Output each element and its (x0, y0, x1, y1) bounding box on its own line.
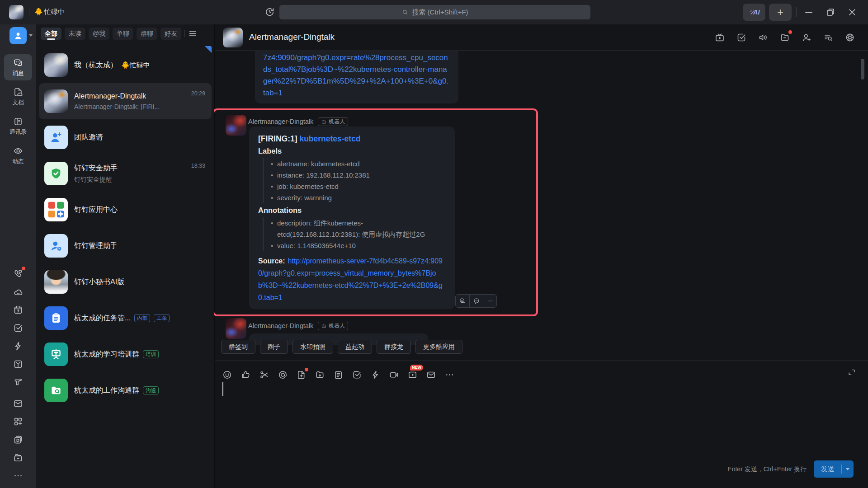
group-app-chip[interactable]: 水印拍照 (292, 340, 333, 354)
todo-icon[interactable] (13, 323, 24, 333)
alert-message-bubble[interactable]: [FIRING:1] kubernetes-etcd Labels alertn… (249, 127, 455, 309)
message-sender-avatar[interactable] (226, 115, 246, 136)
chevron-down-icon[interactable] (29, 34, 33, 37)
chat-list-item[interactable]: 杭太成的任务管...内部工单 (39, 300, 212, 336)
folder-upload-icon[interactable] (315, 370, 325, 380)
chat-list-item[interactable]: 钉钉管理助手 (39, 228, 212, 264)
message-search-icon[interactable] (823, 32, 834, 43)
message-sender-avatar[interactable] (226, 318, 246, 339)
chat-list-item[interactable]: 杭太成的学习培训群培训 (39, 336, 212, 372)
live-icon[interactable] (714, 32, 725, 43)
filter-tab[interactable]: 全部 (41, 28, 61, 40)
scrollbar[interactable] (861, 59, 864, 80)
more-icon[interactable] (444, 370, 455, 380)
chat-list-item[interactable]: 钉钉安全助手钉钉安全提醒18:33 (39, 155, 212, 192)
user-status[interactable]: 🐥忙碌中 (34, 8, 65, 16)
more-icon[interactable] (13, 470, 24, 481)
send-button[interactable]: 发送 (814, 460, 854, 478)
source-line: Source:http://prometheus-server-7fd4b4c5… (258, 255, 446, 304)
video-play-icon[interactable]: NEW (407, 370, 418, 380)
text-cursor (222, 382, 223, 396)
search-input[interactable]: 搜索 (Ctrl+Shift+F) (279, 5, 590, 19)
doc-copy-icon[interactable] (13, 434, 24, 445)
ai-button[interactable]: ⁺⁄AI (743, 4, 765, 21)
sidebar-item-messages[interactable]: 消息 (4, 54, 32, 80)
gear-icon[interactable] (844, 32, 855, 43)
alert-title-link[interactable]: kubernetes-etcd (299, 134, 360, 143)
menu-icon[interactable] (188, 29, 197, 38)
person-add-icon[interactable] (801, 32, 812, 43)
chat-avatar[interactable] (223, 28, 243, 47)
video-camera-icon[interactable] (389, 370, 399, 380)
chat-list-item[interactable]: 我（杭太成）🐥忙碌中 (39, 47, 212, 83)
todo-icon[interactable] (736, 32, 747, 43)
send-options-button[interactable] (842, 468, 854, 470)
chat-title: 杭太成的任务管... (74, 314, 131, 323)
group-app-chip[interactable]: 更多酷应用 (415, 340, 462, 354)
chat-title: Alertmanager-Dingtalk (74, 92, 146, 100)
bot-badge: 机器人 (318, 322, 348, 330)
chat-list-item[interactable]: Alertmanager-DingtalkAlertmanager-Dingta… (39, 83, 212, 119)
chat-list-item[interactable]: 杭太成的工作沟通群沟通 (39, 372, 212, 408)
lightning-icon[interactable] (370, 370, 381, 380)
group-app-chip[interactable]: 圈子 (260, 340, 288, 354)
todo-icon[interactable] (352, 370, 362, 380)
avatar (44, 379, 68, 402)
source-link[interactable]: http://prometheus-server-7fd4b4c589-s97z… (258, 257, 443, 301)
minimize-button[interactable] (803, 7, 814, 18)
file-add-icon[interactable] (296, 370, 307, 380)
lightning-icon[interactable] (13, 341, 24, 352)
group-app-chip[interactable]: 群签到 (221, 340, 255, 354)
filter-tab[interactable]: @我 (89, 28, 109, 40)
thumbs-up-icon[interactable] (241, 370, 251, 380)
maximize-button[interactable] (825, 7, 836, 18)
comment-icon[interactable] (469, 295, 483, 307)
mention-icon[interactable] (278, 370, 288, 380)
message-hover-actions (455, 294, 497, 308)
tool-t-icon[interactable] (13, 377, 24, 388)
divider (184, 30, 185, 37)
schedule-icon[interactable] (333, 370, 344, 380)
chevron-down-icon (846, 468, 849, 470)
cloud-icon[interactable] (13, 286, 24, 297)
chat-time: 20:29 (191, 90, 205, 97)
app-plus-icon[interactable] (13, 416, 24, 427)
phone-video-icon[interactable] (13, 268, 24, 279)
group-app-chip[interactable]: 群接龙 (377, 340, 411, 354)
moments-icon (13, 145, 24, 156)
speaker-icon[interactable] (758, 32, 769, 43)
mail-icon[interactable] (426, 370, 436, 380)
more-icon[interactable] (483, 295, 496, 307)
chat-list-item[interactable]: 团队邀请 (39, 119, 212, 155)
chat-list-item[interactable]: 钉钉应用中心 (39, 192, 212, 228)
annotation-item: value: 1.1485036544e+10 (271, 240, 446, 251)
filter-tab[interactable]: 单聊 (113, 28, 133, 40)
message-bubble-partial[interactable]: 7z4:9090/graph?g0.expr=rate%28process_cp… (255, 51, 458, 103)
close-button[interactable] (847, 7, 858, 18)
filter-tab[interactable]: 好友 (160, 28, 181, 40)
emoji-icon[interactable] (222, 370, 232, 380)
group-app-chip[interactable]: 益起动 (338, 340, 372, 354)
mail-icon[interactable] (13, 398, 24, 409)
divider (796, 7, 797, 17)
new-chat-button[interactable]: + (769, 4, 792, 21)
chat-title: 杭太成的工作沟通群 (74, 386, 139, 395)
chat-list-item[interactable]: 钉钉小秘书AI版 (39, 264, 212, 300)
sidebar-item-docs[interactable]: 文档 (4, 84, 32, 110)
history-icon[interactable] (264, 6, 275, 18)
workspace-switcher[interactable] (9, 27, 27, 44)
filter-tab[interactable]: 未读 (65, 28, 85, 40)
sidebar-item-moments[interactable]: 动态 (4, 142, 32, 169)
calendar-icon[interactable] (13, 305, 24, 315)
message-link[interactable]: 7z4:9090/graph?g0.expr=rate%28process_cp… (263, 53, 448, 97)
expand-icon[interactable] (847, 368, 856, 377)
folder-open-icon[interactable] (13, 452, 24, 463)
emoji-add-icon[interactable] (456, 295, 469, 307)
sidebar-item-contacts[interactable]: 通讯录 (4, 113, 32, 139)
folder-icon[interactable] (779, 32, 790, 43)
user-avatar[interactable] (9, 5, 24, 19)
inbox-icon[interactable] (13, 359, 24, 370)
chat-title: 钉钉管理助手 (74, 241, 118, 251)
filter-tab[interactable]: 群聊 (137, 28, 157, 40)
scissors-icon[interactable] (259, 370, 269, 380)
